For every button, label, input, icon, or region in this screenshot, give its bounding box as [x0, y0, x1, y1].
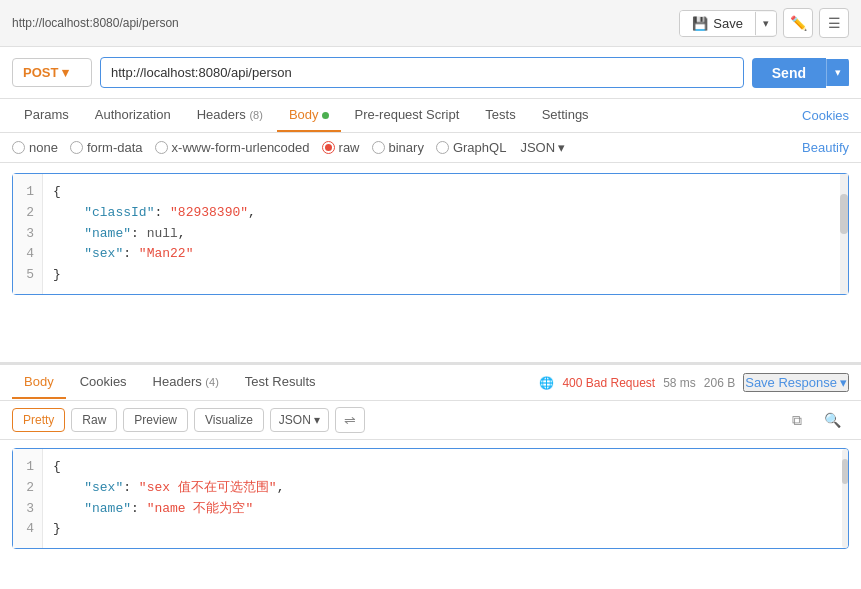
save-response-chevron-icon: ▾ — [840, 375, 847, 390]
tab-pre-request-script[interactable]: Pre-request Script — [343, 99, 472, 132]
note-icon: ☰ — [828, 15, 841, 31]
method-select[interactable]: POST ▾ — [12, 58, 92, 87]
response-tab-cookies[interactable]: Cookies — [68, 366, 139, 399]
search-icon-button[interactable]: 🔍 — [816, 408, 849, 432]
response-code-content: { "sex": "sex 值不在可选范围", "name": "name 不能… — [43, 449, 848, 548]
option-binary-label: binary — [389, 140, 424, 155]
request-code-editor[interactable]: 1 2 3 4 5 { "classId": "82938390", "name… — [12, 173, 849, 295]
top-bar-actions: 💾 Save ▾ ✏️ ☰ — [679, 8, 849, 38]
body-options-row: none form-data x-www-form-urlencoded raw… — [0, 133, 861, 163]
response-line-numbers: 1 2 3 4 — [13, 449, 43, 548]
option-urlencoded-label: x-www-form-urlencoded — [172, 140, 310, 155]
response-json-selector[interactable]: JSON ▾ — [270, 408, 329, 432]
url-bar-row: POST ▾ Send ▾ — [0, 47, 861, 99]
view-pretty-button[interactable]: Pretty — [12, 408, 65, 432]
tab-body[interactable]: Body — [277, 99, 341, 132]
wrap-icon-button[interactable]: ⇌ — [335, 407, 365, 433]
option-raw[interactable]: raw — [322, 140, 360, 155]
url-input[interactable] — [100, 57, 744, 88]
request-tabs-row: Params Authorization Headers (8) Body Pr… — [0, 99, 861, 133]
option-binary[interactable]: binary — [372, 140, 424, 155]
response-scrollbar-thumb[interactable] — [842, 459, 848, 484]
response-tab-body[interactable]: Body — [12, 366, 66, 399]
response-tabs-row: Body Cookies Headers (4) Test Results 🌐 … — [0, 365, 861, 401]
response-headers-badge: (4) — [205, 376, 218, 388]
radio-none — [12, 141, 25, 154]
save-floppy-icon: 💾 — [692, 16, 708, 31]
copy-icon-button[interactable]: ⧉ — [784, 408, 810, 433]
save-label: Save — [713, 16, 743, 31]
method-chevron-icon: ▾ — [62, 65, 69, 80]
view-raw-button[interactable]: Raw — [71, 408, 117, 432]
save-response-button[interactable]: Save Response ▾ — [743, 373, 849, 392]
view-visualize-button[interactable]: Visualize — [194, 408, 264, 432]
save-button[interactable]: 💾 Save — [680, 11, 755, 36]
radio-binary — [372, 141, 385, 154]
response-tab-headers[interactable]: Headers (4) — [141, 366, 231, 399]
tab-authorization[interactable]: Authorization — [83, 99, 183, 132]
status-time: 58 ms — [663, 376, 696, 390]
edit-icon-button[interactable]: ✏️ — [783, 8, 813, 38]
top-bar: http://localhost:8080/api/person 💾 Save … — [0, 0, 861, 47]
note-icon-button[interactable]: ☰ — [819, 8, 849, 38]
globe-icon: 🌐 — [539, 376, 554, 390]
tab-params[interactable]: Params — [12, 99, 81, 132]
option-none-label: none — [29, 140, 58, 155]
request-scrollbar-track — [840, 174, 848, 294]
method-label: POST — [23, 65, 58, 80]
view-preview-button[interactable]: Preview — [123, 408, 188, 432]
response-scrollbar-track — [842, 449, 848, 548]
json-type-selector[interactable]: JSON ▾ — [520, 140, 565, 155]
request-scrollbar-thumb[interactable] — [840, 194, 848, 234]
search-icon: 🔍 — [824, 412, 841, 428]
tab-tests[interactable]: Tests — [473, 99, 527, 132]
option-form-data[interactable]: form-data — [70, 140, 143, 155]
beautify-link[interactable]: Beautify — [802, 140, 849, 155]
option-graphql[interactable]: GraphQL — [436, 140, 506, 155]
status-size: 206 B — [704, 376, 735, 390]
response-code-area[interactable]: 1 2 3 4 { "sex": "sex 值不在可选范围", "name": … — [12, 448, 849, 549]
request-body-section: 1 2 3 4 5 { "classId": "82938390", "name… — [0, 163, 861, 363]
response-view-row: Pretty Raw Preview Visualize JSON ▾ ⇌ ⧉ … — [0, 401, 861, 440]
edit-icon: ✏️ — [790, 15, 807, 31]
wrap-icon: ⇌ — [344, 412, 356, 428]
response-code-inner: 1 2 3 4 { "sex": "sex 值不在可选范围", "name": … — [13, 449, 848, 548]
response-tab-test-results[interactable]: Test Results — [233, 366, 328, 399]
tab-headers[interactable]: Headers (8) — [185, 99, 275, 132]
request-line-numbers: 1 2 3 4 5 — [13, 174, 43, 294]
option-urlencoded[interactable]: x-www-form-urlencoded — [155, 140, 310, 155]
headers-badge: (8) — [249, 109, 262, 121]
radio-urlencoded — [155, 141, 168, 154]
radio-raw — [322, 141, 335, 154]
response-section: Body Cookies Headers (4) Test Results 🌐 … — [0, 363, 861, 549]
save-button-group[interactable]: 💾 Save ▾ — [679, 10, 777, 37]
response-json-chevron-icon: ▾ — [314, 413, 320, 427]
response-status-row: 🌐 400 Bad Request 58 ms 206 B Save Respo… — [539, 365, 849, 400]
send-button-group[interactable]: Send ▾ — [752, 58, 849, 88]
body-dot-indicator — [322, 112, 329, 119]
option-none[interactable]: none — [12, 140, 58, 155]
tab-settings[interactable]: Settings — [530, 99, 601, 132]
send-button[interactable]: Send — [752, 58, 826, 88]
request-code-content[interactable]: { "classId": "82938390", "name": null, "… — [43, 174, 848, 294]
json-chevron-icon: ▾ — [558, 140, 565, 155]
option-graphql-label: GraphQL — [453, 140, 506, 155]
code-editor-inner: 1 2 3 4 5 { "classId": "82938390", "name… — [13, 174, 848, 294]
cookies-link[interactable]: Cookies — [802, 108, 849, 123]
radio-graphql — [436, 141, 449, 154]
option-raw-label: raw — [339, 140, 360, 155]
top-bar-url: http://localhost:8080/api/person — [12, 16, 179, 30]
send-dropdown-button[interactable]: ▾ — [826, 59, 849, 86]
json-selector-label: JSON — [520, 140, 555, 155]
status-badge: 400 Bad Request — [562, 376, 655, 390]
response-json-label: JSON — [279, 413, 311, 427]
copy-icon: ⧉ — [792, 412, 802, 428]
radio-form-data — [70, 141, 83, 154]
save-dropdown-button[interactable]: ▾ — [755, 12, 776, 35]
option-form-data-label: form-data — [87, 140, 143, 155]
